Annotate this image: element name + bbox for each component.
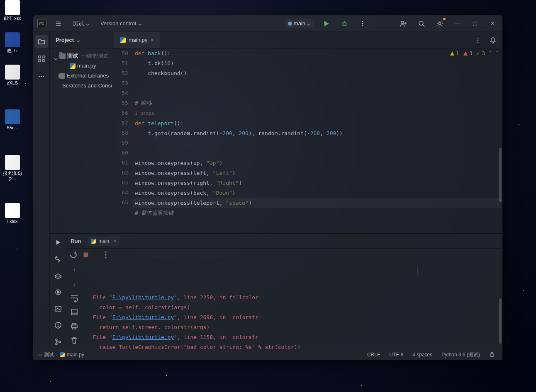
scroll-to-end-button[interactable] [70, 307, 79, 317]
inspection-widget[interactable]: 1 3 ✔︎3 ˄ ˅ [448, 48, 500, 58]
desktop-icon[interactable]: 55c... [0, 109, 25, 131]
run-toolwindow-button[interactable] [52, 236, 64, 249]
window-maximize-button[interactable]: ▢ [469, 18, 481, 29]
scrollbar-thumb[interactable] [499, 148, 502, 202]
clear-all-button[interactable] [70, 336, 79, 345]
console-scrollbar-thumb[interactable] [499, 298, 502, 344]
indent-setting[interactable]: 4 spaces [409, 352, 436, 358]
tree-node-label: External Libraries [67, 71, 109, 81]
python-interpreter[interactable]: Python 3.6 (测试) [438, 351, 483, 358]
console-output[interactable]: File "E:\py\lib\turtle.py", line 2250, i… [82, 261, 502, 349]
code-line[interactable]: # 瞬移 [132, 98, 502, 108]
svg-point-28 [56, 257, 57, 258]
editor-tab-mainpy[interactable]: main.py × [114, 32, 160, 48]
print-button[interactable] [70, 322, 79, 331]
project-selector[interactable]: 测试 [71, 18, 92, 29]
code-line[interactable]: 1 usage [132, 108, 502, 119]
chevron-down-icon [54, 54, 58, 58]
vcs-toolwindow-button[interactable] [52, 336, 64, 348]
python-console-button[interactable] [52, 253, 64, 265]
editor-pane: main.py × 1 3 [114, 32, 502, 233]
code-line[interactable]: window.onkeypress(back, "Down") [132, 188, 502, 198]
scratches-node[interactable]: Scratches and Consoles [51, 81, 112, 91]
code-with-me-button[interactable] [397, 17, 409, 30]
run-tab-main[interactable]: main × [88, 237, 119, 246]
run-config-selector[interactable]: main [285, 19, 314, 28]
problems-button[interactable] [52, 319, 64, 332]
stop-button[interactable] [81, 250, 90, 259]
code-line[interactable]: t.bk(10) [132, 58, 502, 68]
more-toolwindows-button[interactable] [35, 70, 48, 82]
scroll-up-button[interactable]: ↑ [70, 265, 79, 274]
desktop-icon[interactable]: 邮汇 xsx [0, 0, 25, 21]
chevron-down-icon [138, 22, 142, 25]
project-tree: 测试 F:\随笔\测试 main.py External Libraries [50, 48, 114, 93]
editor-scrollbar[interactable] [498, 48, 502, 233]
code-line[interactable]: window.onkeypress(right, "Right") [132, 178, 502, 188]
svg-point-40 [105, 254, 106, 255]
search-everywhere-button[interactable] [415, 17, 428, 30]
code-line[interactable]: t.goto(random.randint(-200, 200), random… [132, 128, 502, 138]
code-line[interactable]: window.onkeypress(left, "Left") [132, 168, 502, 178]
code-editor[interactable]: 1 3 ✔︎3 ˄ ˅ 5051525354555657585960616263… [114, 48, 502, 233]
debug-button[interactable] [338, 17, 351, 30]
run-toolwindow: Run main × [50, 233, 502, 349]
more-actions-button[interactable] [356, 17, 369, 30]
chevron-down-icon[interactable]: ˅ [496, 48, 498, 58]
chevron-down-icon [86, 22, 90, 25]
code-line[interactable]: def back(): [132, 48, 502, 58]
code-line[interactable]: window.onkeypress(up, "Up") [132, 158, 502, 168]
code-line[interactable]: def teleport(): [132, 119, 502, 128]
line-separator[interactable]: CRLF [364, 352, 383, 358]
ide-window: PC 测试 Version control main [33, 15, 502, 360]
code-line[interactable] [132, 138, 502, 148]
run-more-button[interactable] [101, 250, 110, 259]
version-control-menu[interactable]: Version control [98, 19, 144, 28]
svg-point-3 [343, 22, 346, 26]
code-line[interactable] [132, 88, 502, 98]
code-line[interactable]: # 窗体监听按键 [132, 208, 502, 218]
code-line[interactable] [132, 78, 502, 88]
window-minimize-button[interactable]: — [452, 18, 463, 29]
python-file-icon [60, 352, 65, 357]
soft-wrap-button[interactable] [70, 293, 79, 302]
notifications-button[interactable] [487, 34, 499, 46]
code-line[interactable] [132, 148, 502, 158]
python-packages-button[interactable] [52, 269, 64, 282]
desktop-icon[interactable]: 改 7z [0, 32, 25, 53]
desktop-icon[interactable]: zXLS [0, 65, 25, 86]
main-menu-button[interactable] [52, 17, 65, 30]
svg-rect-20 [39, 60, 41, 62]
code-line[interactable]: window.onkeypress(teleport, "space") [132, 198, 502, 208]
code-content[interactable]: def back(): t.bk(10) checkbound() # 瞬移1 … [132, 48, 502, 233]
code-line[interactable]: checkbound() [132, 68, 502, 78]
run-button[interactable] [320, 17, 332, 30]
rerun-button[interactable] [69, 250, 78, 259]
tree-node-path: F:\随笔\测试 [81, 51, 108, 61]
external-libraries-node[interactable]: External Libraries [51, 71, 112, 81]
chevron-up-icon[interactable]: ˄ [489, 48, 492, 58]
desktop-icon[interactable]: 报名流 5)(2... [0, 155, 25, 181]
svg-line-8 [346, 25, 347, 25]
tab-list-button[interactable] [472, 34, 484, 46]
pycharm-logo-icon: PC [37, 19, 46, 28]
file-encoding[interactable]: UTF-8 [386, 352, 407, 358]
project-root-node[interactable]: 测试 F:\随笔\测试 [51, 51, 112, 61]
text-cursor [417, 267, 417, 275]
breadcrumb[interactable]: ▭ 测试 › main.py [37, 351, 84, 358]
services-button[interactable] [52, 286, 64, 298]
project-toolwindow-button[interactable] [35, 35, 48, 48]
desktop-icon[interactable]: l.xlsx [0, 203, 25, 224]
close-tab-button[interactable]: × [151, 37, 154, 43]
scroll-down-button[interactable]: ↓ [70, 279, 79, 288]
terminal-button[interactable] [52, 302, 64, 315]
window-close-button[interactable]: ✕ [487, 18, 498, 29]
folder-icon [59, 53, 66, 59]
structure-toolwindow-button[interactable] [35, 53, 48, 65]
read-only-toggle[interactable] [486, 351, 498, 358]
settings-button[interactable] [434, 17, 446, 30]
close-run-tab-button[interactable]: × [113, 238, 116, 244]
weak-warning-count: 3 [482, 48, 485, 58]
tree-file-mainpy[interactable]: main.py [51, 61, 112, 71]
project-panel-header[interactable]: Project [50, 32, 114, 48]
